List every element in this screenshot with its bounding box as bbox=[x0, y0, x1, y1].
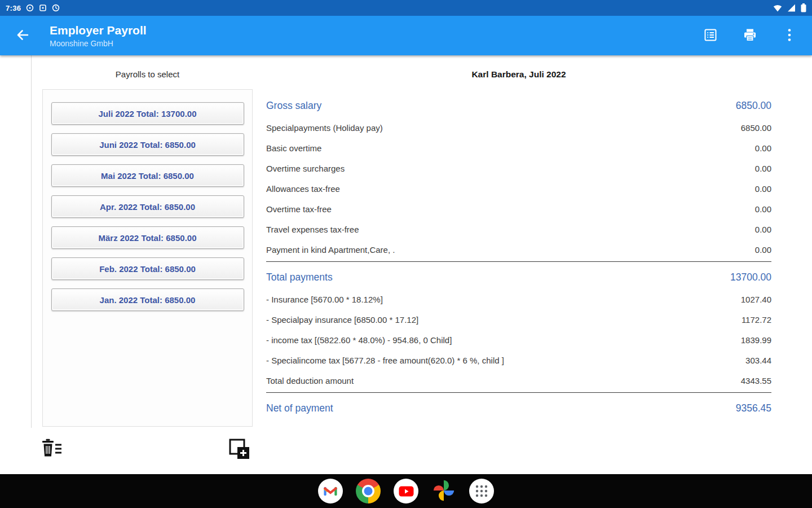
detail-value: 0.00 bbox=[755, 184, 771, 194]
delete-payroll-icon bbox=[38, 436, 65, 465]
notification-icon-1 bbox=[26, 4, 34, 12]
detail-label: Basic overtime bbox=[266, 143, 321, 153]
divider bbox=[266, 392, 771, 393]
detail-value: 1172.72 bbox=[742, 315, 771, 325]
print-icon bbox=[743, 28, 757, 44]
detail-value: 1027.40 bbox=[741, 295, 771, 304]
detail-row: - Insurance [5670.00 * 18.12%]1027.40 bbox=[266, 289, 771, 309]
payroll-button[interactable]: Apr. 2022 Total: 6850.00 bbox=[51, 195, 244, 218]
content-area: Payrolls to select Karl Barbera, Juli 20… bbox=[0, 55, 812, 474]
card-left-edge bbox=[31, 55, 32, 474]
detail-row: Specialpayments (Holiday pay)6850.00 bbox=[266, 117, 771, 138]
detail-value: 6850.00 bbox=[736, 100, 771, 112]
app-bar-titles: Employer Payroll Moonshine GmbH bbox=[50, 24, 147, 48]
notification-icon-3 bbox=[52, 4, 60, 12]
detail-label: - income tax [(5822.60 * 48.0%) - 954.86… bbox=[266, 335, 452, 345]
add-payroll-button[interactable] bbox=[224, 435, 255, 465]
detail-row: Gross salary6850.00 bbox=[266, 94, 771, 117]
app-bar: Employer Payroll Moonshine GmbH bbox=[0, 16, 812, 55]
payroll-button[interactable]: Jan. 2022 Total: 6850.00 bbox=[51, 288, 244, 311]
cellular-signal-icon bbox=[787, 4, 796, 12]
youtube-app-icon[interactable] bbox=[394, 479, 418, 503]
photos-icon bbox=[433, 479, 455, 503]
chrome-icon bbox=[356, 479, 381, 503]
back-button[interactable] bbox=[8, 21, 37, 50]
detail-row: - income tax [(5822.60 * 48.0%) - 954.86… bbox=[266, 330, 771, 350]
detail-label: - Specialincome tax [5677.28 - free amou… bbox=[266, 356, 504, 365]
dock bbox=[0, 474, 812, 508]
detail-value: 13700.00 bbox=[730, 271, 771, 283]
detail-value: 303.44 bbox=[745, 356, 771, 365]
status-left-cluster: 7:36 bbox=[6, 4, 60, 12]
detail-value: 0.00 bbox=[755, 204, 771, 214]
detail-label: Gross salary bbox=[266, 100, 321, 112]
photos-app-icon[interactable] bbox=[431, 479, 456, 503]
payroll-button[interactable]: Feb. 2022 Total: 6850.00 bbox=[51, 257, 244, 280]
payroll-button[interactable]: Juni 2022 Total: 6850.00 bbox=[51, 133, 244, 156]
app-bar-actions bbox=[698, 23, 802, 48]
delete-payroll-button[interactable] bbox=[36, 435, 67, 465]
payroll-button[interactable]: März 2022 Total: 6850.00 bbox=[51, 226, 244, 249]
divider bbox=[266, 261, 771, 262]
overflow-menu-button[interactable] bbox=[777, 23, 802, 48]
detail-label: Total deduction amount bbox=[266, 376, 354, 386]
detail-row: Allowances tax-free0.00 bbox=[266, 178, 771, 199]
detail-row: - Specialincome tax [5677.28 - free amou… bbox=[266, 350, 771, 370]
page-subtitle: Moonshine GmbH bbox=[50, 39, 147, 48]
detail-row: - Specialpay insurance [6850.00 * 17.12]… bbox=[266, 309, 771, 330]
chrome-app-icon[interactable] bbox=[356, 479, 381, 503]
detail-row: Net of payment9356.45 bbox=[266, 396, 771, 420]
page-title: Employer Payroll bbox=[50, 24, 147, 37]
more-vert-icon bbox=[787, 28, 792, 44]
detail-value: 4343.55 bbox=[741, 376, 771, 386]
detail-label: Payment in kind Apartment,Care, . bbox=[266, 245, 395, 255]
detail-label: Allowances tax-free bbox=[266, 184, 340, 194]
app-drawer-icon-button[interactable] bbox=[469, 479, 494, 503]
payroll-list-header: Payrolls to select bbox=[42, 69, 253, 80]
detail-row: Total payments13700.00 bbox=[266, 265, 771, 289]
detail-value: 0.00 bbox=[755, 143, 771, 153]
bottom-toolbar bbox=[0, 428, 812, 474]
detail-value: 0.00 bbox=[755, 225, 771, 234]
gmail-icon bbox=[318, 479, 343, 503]
app-drawer-icon bbox=[469, 479, 494, 503]
detail-value: 0.00 bbox=[755, 245, 771, 255]
payroll-details: Gross salary6850.00Specialpayments (Holi… bbox=[266, 94, 771, 420]
detail-row: Basic overtime0.00 bbox=[266, 138, 771, 158]
detail-row: Travel expenses tax-free0.00 bbox=[266, 219, 771, 239]
detail-label: Total payments bbox=[266, 271, 333, 283]
battery-icon bbox=[801, 3, 806, 12]
youtube-icon bbox=[394, 479, 418, 503]
detail-label: - Insurance [5670.00 * 18.12%] bbox=[266, 295, 383, 304]
detail-label: Travel expenses tax-free bbox=[266, 225, 359, 234]
payroll-detail-header: Karl Barbera, Juli 2022 bbox=[266, 69, 771, 80]
status-right-cluster bbox=[773, 3, 806, 12]
detail-label: Overtime tax-free bbox=[266, 204, 332, 214]
detail-label: Net of payment bbox=[266, 402, 333, 414]
detail-value: 6850.00 bbox=[741, 123, 771, 133]
detail-row: Overtime tax-free0.00 bbox=[266, 199, 771, 219]
add-payroll-icon bbox=[226, 436, 253, 465]
payroll-button[interactable]: Juli 2022 Total: 13700.00 bbox=[51, 102, 244, 125]
detail-label: - Specialpay insurance [6850.00 * 17.12] bbox=[266, 315, 418, 325]
payroll-list: Juli 2022 Total: 13700.00Juni 2022 Total… bbox=[42, 89, 253, 427]
detail-row: Payment in kind Apartment,Care, .0.00 bbox=[266, 239, 771, 260]
detail-value: 9356.45 bbox=[736, 402, 771, 414]
report-list-icon bbox=[703, 28, 718, 44]
wifi-icon bbox=[773, 4, 782, 12]
gmail-app-icon[interactable] bbox=[318, 479, 343, 503]
status-time: 7:36 bbox=[6, 4, 21, 12]
detail-value: 1839.99 bbox=[741, 335, 771, 345]
screen: 7:36 bbox=[0, 0, 812, 508]
payroll-button[interactable]: Mai 2022 Total: 6850.00 bbox=[51, 164, 244, 187]
payroll-report-button[interactable] bbox=[698, 23, 723, 48]
detail-row: Overtime surcharges0.00 bbox=[266, 158, 771, 178]
status-bar: 7:36 bbox=[0, 0, 812, 16]
detail-label: Specialpayments (Holiday pay) bbox=[266, 123, 383, 133]
notification-icon-2 bbox=[39, 4, 47, 12]
detail-label: Overtime surcharges bbox=[266, 164, 345, 173]
back-arrow-icon bbox=[15, 28, 30, 44]
print-button[interactable] bbox=[738, 23, 762, 48]
detail-value: 0.00 bbox=[755, 164, 771, 173]
detail-row: Total deduction amount4343.55 bbox=[266, 370, 771, 391]
